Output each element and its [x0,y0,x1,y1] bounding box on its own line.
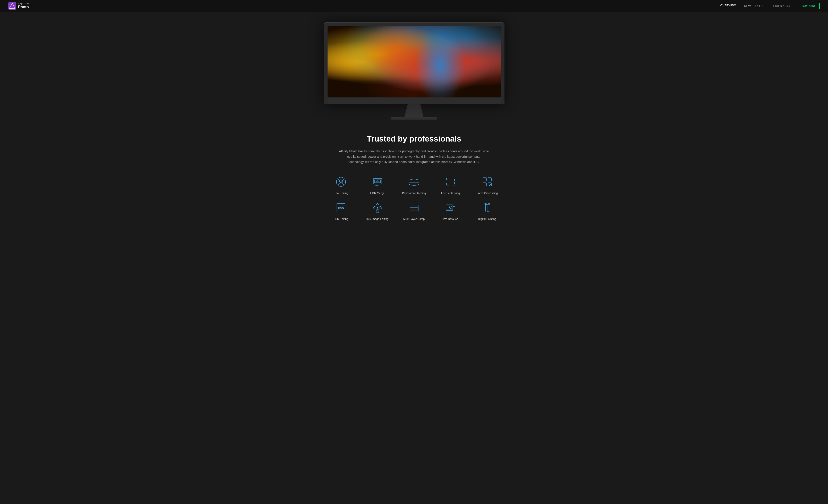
affinity-logo-icon [8,2,16,10]
svg-line-11 [343,184,344,185]
panorama-icon [407,175,421,189]
svg-line-13 [338,184,339,185]
feature-psd-editing: PSD PSD Editing [324,201,358,221]
monitor-chin [328,97,501,104]
psd-editing-icon: PSD [334,201,348,215]
feature-multilayer: Multi Layer Comp [397,201,431,221]
svg-line-12 [343,179,344,180]
svg-rect-22 [447,179,454,181]
digital-painting-icon [481,201,494,215]
panorama-label: Panorama Stitching [402,191,426,195]
monitor-base [391,117,437,120]
logo-photo-text: Photo [18,5,30,9]
monitor-frame [324,22,504,104]
feature-digital-painting: Digital Painting [470,201,504,221]
buy-now-button[interactable]: BUY NOW [798,3,820,9]
hero-section [0,12,828,126]
pro-retouch-icon [444,201,457,215]
navbar: AFFINITY Photo OVERVIEW NEW FOR 1.7 TECH… [0,0,828,12]
svg-marker-17 [376,180,379,182]
feature-batch-processing: Batch Processing [470,175,504,195]
section-description: Affinity Photo has become the first choi… [338,148,490,165]
digital-painting-label: Digital Painting [478,217,496,221]
svg-text:360°: 360° [376,211,379,213]
batch-processing-icon [481,175,494,189]
pro-retouch-label: Pro Retouch [443,217,458,221]
svg-rect-45 [410,205,418,208]
logo-container[interactable]: AFFINITY Photo [8,2,30,10]
section-title: Trusted by professionals [324,134,504,143]
features-grid: RAW Raw Editing HDR HDR Merge [324,175,504,221]
svg-point-48 [449,206,452,209]
screen-overlay [328,26,501,97]
360-editing-label: 360 Image Editing [366,217,388,221]
feature-hdr-merge: HDR HDR Merge [360,175,395,195]
feature-focus-stacking: Focus Stacking [433,175,468,195]
360-editing-icon: 360° [371,201,384,215]
main-content: Trusted by professionals Affinity Photo … [320,126,509,237]
svg-text:PSD: PSD [338,207,344,210]
svg-rect-33 [488,178,491,181]
raw-editing-icon: RAW [334,175,348,189]
svg-point-40 [377,207,378,208]
feature-panorama: Panorama Stitching [397,175,431,195]
feature-pro-retouch: Pro Retouch [433,201,468,221]
nav-link-new17[interactable]: NEW FOR 1.7 [744,4,763,8]
monitor-stand [398,104,430,117]
feature-360-editing: 360° 360 Image Editing [360,201,395,221]
svg-rect-23 [447,182,454,184]
feature-raw-editing: RAW Raw Editing [324,175,358,195]
screen-content [328,26,501,97]
hdr-merge-label: HDR Merge [370,191,385,195]
nav-links: OVERVIEW NEW FOR 1.7 TECH SPECS BUY NOW [720,3,820,9]
focus-stacking-label: Focus Stacking [441,191,460,195]
svg-line-10 [338,179,339,180]
svg-rect-32 [483,178,486,181]
svg-rect-34 [483,183,486,186]
focus-stacking-icon [444,175,457,189]
psd-editing-label: PSD Editing [333,217,348,221]
svg-text:HDR: HDR [375,184,379,186]
nav-link-overview[interactable]: OVERVIEW [720,4,736,8]
hdr-merge-icon: HDR [371,175,384,189]
svg-text:RAW: RAW [339,181,343,183]
multilayer-label: Multi Layer Comp [403,217,425,221]
monitor-container [324,22,504,120]
batch-processing-label: Batch Processing [477,191,498,195]
monitor-screen [328,26,501,97]
raw-editing-label: Raw Editing [334,191,348,195]
multilayer-icon [407,201,421,215]
nav-link-techspecs[interactable]: TECH SPECS [771,4,790,8]
